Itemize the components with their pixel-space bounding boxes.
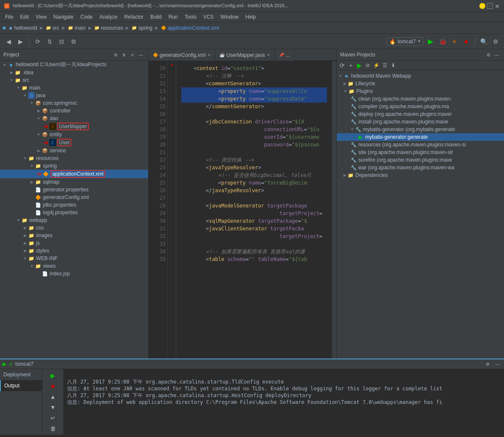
- run-scroll-down-btn[interactable]: ▼: [48, 403, 58, 412]
- maven-item-site[interactable]: 🔧 site (org.apache.maven.plugins:maven-s…: [337, 148, 504, 156]
- maven-skip-btn[interactable]: ⊘: [364, 62, 372, 69]
- maven-item-helloworld[interactable]: ▼ ■ helloworld Maven Webapp: [337, 72, 504, 80]
- tree-item-js[interactable]: ▶ 📁 js: [0, 239, 148, 247]
- tree-item-spring[interactable]: ▼ 📁 spring: [0, 162, 148, 170]
- tab-generatorconfig[interactable]: 🔶 generatorConfig.xml ✕: [149, 49, 215, 61]
- tree-item-views[interactable]: ▼ 📁 views: [0, 262, 148, 270]
- run-scroll-up-btn[interactable]: ▲: [48, 392, 58, 401]
- menu-tools[interactable]: Tools: [181, 13, 200, 21]
- maven-item-deploy[interactable]: 🔧 deploy (org.apache.maven.plugins:maver: [337, 110, 504, 118]
- tree-item-indexjsp[interactable]: 📄 index.jsp: [0, 270, 148, 277]
- toolbar-search-everywhere-btn[interactable]: 🔍: [479, 36, 489, 47]
- run-restart-btn[interactable]: ▶: [48, 371, 58, 380]
- tree-item-java[interactable]: ▼ S java: [0, 92, 148, 99]
- nav-crumb-src[interactable]: 📁 src: [46, 25, 59, 31]
- menu-help[interactable]: Help: [242, 13, 259, 21]
- tree-item-images[interactable]: ▶ 📁 images: [0, 232, 148, 239]
- maven-item-war[interactable]: 🔧 war (org.apache.maven.plugins:maven-wa: [337, 164, 504, 171]
- menu-file[interactable]: File: [2, 13, 17, 21]
- close-button[interactable]: ✕: [495, 3, 501, 9]
- panel-sync-btn[interactable]: ⇅: [120, 51, 128, 59]
- nav-crumb-spring[interactable]: 📁 spring: [132, 25, 152, 31]
- tree-item-webinf[interactable]: ▼ 📁 WEB-INF: [0, 255, 148, 262]
- tree-item-styles[interactable]: ▶ 📁 styles: [0, 247, 148, 255]
- toolbar-sync-btn[interactable]: ⇅: [45, 36, 55, 47]
- menu-refactor[interactable]: Refactor: [121, 13, 147, 21]
- menu-window[interactable]: Window: [217, 13, 242, 21]
- maven-refresh-btn[interactable]: ⟳: [338, 62, 346, 69]
- maven-minimize-btn[interactable]: —: [493, 51, 501, 59]
- run-config-selector[interactable]: 🔥 tomcat7 ▼: [386, 37, 424, 46]
- tree-item-css[interactable]: ▶ 📁 css: [0, 224, 148, 232]
- run-panel-settings-btn[interactable]: ⚙: [484, 360, 491, 368]
- tree-item-applicationcontext[interactable]: ➔ 🔶 applicationContext.xml: [0, 170, 148, 178]
- menu-code[interactable]: Code: [77, 13, 96, 21]
- menu-run[interactable]: Run: [165, 13, 181, 21]
- maven-run-btn[interactable]: ▶: [355, 62, 363, 69]
- debug-button[interactable]: 🐞: [437, 36, 448, 47]
- maven-item-clean[interactable]: 🔧 clean (org.apache.maven.plugins:maven-: [337, 95, 504, 103]
- maven-settings-btn[interactable]: ⚙: [484, 51, 492, 59]
- minimize-button[interactable]: －: [479, 3, 485, 9]
- tree-item-dao[interactable]: ▼ 📦 dao: [0, 115, 148, 122]
- menu-navigate[interactable]: Navigate: [50, 13, 77, 21]
- maven-item-compiler[interactable]: 🔧 compiler (org.apache.maven.plugins:ma: [337, 103, 504, 110]
- run-tab-output[interactable]: Output: [0, 380, 42, 391]
- run-button[interactable]: ▶: [425, 36, 436, 47]
- tree-item-main[interactable]: ▼ 📁 main: [0, 84, 148, 92]
- tab-close-usermapper[interactable]: ✕: [267, 53, 270, 57]
- toolbar-forward-btn[interactable]: ▶: [15, 36, 25, 47]
- menu-view[interactable]: View: [32, 13, 50, 21]
- maven-item-install[interactable]: 🔧 install (org.apache.maven.plugins:mave: [337, 118, 504, 126]
- tree-item-src[interactable]: ▼ 📁 src: [0, 76, 148, 84]
- tree-item-generatorconfig[interactable]: 🔶 generatorConfig.xml: [0, 193, 148, 201]
- tree-item-com-springmvc[interactable]: ▼ 📦 com.springmvc: [0, 99, 148, 107]
- run-tab-deployment[interactable]: Deployment: [0, 369, 42, 380]
- nav-crumb-main[interactable]: 📁 main: [68, 25, 86, 31]
- maven-item-lifecycle[interactable]: ▶ 📁 Lifecycle: [337, 80, 504, 87]
- tree-item-log4j-props[interactable]: 📄 log4j.properties: [0, 209, 148, 216]
- editor-scrollbar[interactable]: [332, 61, 336, 359]
- nav-crumb-file[interactable]: 🔶 applicationContext.xml: [161, 25, 219, 31]
- tree-item-resources[interactable]: ▼ 📁 resources: [0, 154, 148, 162]
- toolbar-settings-btn[interactable]: ⚙: [68, 36, 79, 47]
- tree-item-service[interactable]: ▶ 📦 service: [0, 147, 148, 154]
- toolbar-back-btn[interactable]: ◀: [3, 36, 14, 47]
- tree-item-jdbc-props[interactable]: 📄 jdbc.properties: [0, 201, 148, 209]
- maven-list-btn[interactable]: ☰: [381, 62, 389, 69]
- code-editor[interactable]: <context id="context1"> <!-- 注释 --> <com…: [176, 61, 332, 359]
- nav-crumb-helloworld[interactable]: ■ helloworld: [9, 25, 37, 31]
- maven-add-btn[interactable]: +: [347, 62, 355, 69]
- tab-pinned[interactable]: 📌 ...: [275, 49, 295, 61]
- toolbar-settings2-btn[interactable]: ⚙: [490, 36, 501, 47]
- maximize-button[interactable]: □: [487, 3, 493, 9]
- tree-item-sqlmap[interactable]: ▶ 📁 sqlmap: [0, 178, 148, 186]
- panel-settings-btn[interactable]: ≡: [129, 51, 136, 59]
- toolbar-collapse-btn[interactable]: ⊟: [56, 36, 67, 47]
- run-clear-btn[interactable]: 🗑: [48, 424, 58, 433]
- maven-download-btn[interactable]: ⬇: [389, 62, 397, 69]
- maven-item-plugins[interactable]: ▼ 📁 Plugins: [337, 87, 504, 95]
- run-stop-btn[interactable]: ■: [48, 381, 58, 390]
- tree-item-generator-props[interactable]: 📄 generator.properties: [0, 186, 148, 193]
- menu-build[interactable]: Build: [147, 13, 165, 21]
- tree-item-idea[interactable]: ▶ 📁 .idea: [0, 69, 148, 76]
- menu-vcs[interactable]: VCS: [200, 13, 217, 21]
- tree-item-controller[interactable]: ▶ 📦 controller: [0, 107, 148, 115]
- coverage-button[interactable]: ☀: [449, 36, 459, 47]
- nav-crumb-resources[interactable]: 📁 resources: [94, 25, 124, 31]
- tree-item-helloworld[interactable]: ▼ ■ helloworld C:\Users\部一凡\IdeaProjects: [0, 61, 148, 69]
- stop-button[interactable]: ■: [461, 36, 471, 47]
- maven-item-surefire[interactable]: 🔧 surefire (org.apache.maven.plugins:mav…: [337, 156, 504, 164]
- run-panel-minimize-btn[interactable]: —: [494, 360, 501, 368]
- tree-item-usermapper[interactable]: ➔ I UserMapper: [0, 122, 148, 131]
- maven-bolt-btn[interactable]: ⚡: [372, 62, 380, 69]
- maven-item-mybatis-generator[interactable]: ▼ 🔧 mybatis-generator (org.mybatis.gener…: [337, 126, 504, 133]
- tree-item-webapp[interactable]: ▼ 📁 webapp: [0, 216, 148, 224]
- maven-item-mybatis-generate[interactable]: ▶ mybatis-generator:generate: [337, 133, 504, 141]
- menu-edit[interactable]: Edit: [17, 13, 32, 21]
- tree-item-entity[interactable]: ▼ 📦 entity: [0, 131, 148, 138]
- tab-close-generatorconfig[interactable]: ✕: [207, 53, 211, 57]
- panel-gear-btn[interactable]: ⚙: [112, 51, 119, 59]
- maven-item-resources[interactable]: 🔧 resources (org.apache.maven.plugins:ma…: [337, 141, 504, 148]
